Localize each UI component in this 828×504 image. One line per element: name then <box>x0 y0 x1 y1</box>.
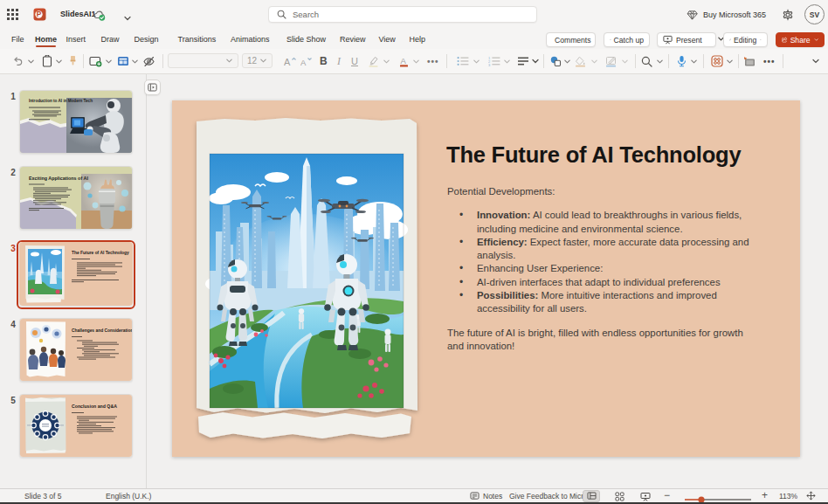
shape-fill-dropdown-chevron[interactable] <box>590 49 598 73</box>
document-title[interactable]: SlidesAI1 <box>60 10 96 18</box>
more-toolbar-options-button[interactable]: ••• <box>763 49 776 73</box>
dictate-button[interactable] <box>677 49 687 73</box>
tab-transitions[interactable]: Transitions <box>178 33 217 45</box>
slide-thumbnail-2[interactable]: Exciting Applications of AI <box>19 166 133 230</box>
tab-design[interactable]: Design <box>135 33 159 45</box>
language-selector[interactable]: English (U.K.) <box>106 492 151 501</box>
new-slide-button[interactable] <box>89 49 102 73</box>
slide-body-text[interactable]: Potential Developments: Innovation: AI c… <box>447 185 758 353</box>
designer-button[interactable] <box>711 49 723 73</box>
slide-thumbnail-3[interactable]: The Future of AI Technology <box>19 242 133 306</box>
tab-file[interactable]: File <box>11 33 24 45</box>
slide-canvas[interactable]: The Future of AI Technology Potential De… <box>172 100 800 457</box>
font-name-combobox[interactable] <box>168 53 238 68</box>
new-slide-dropdown-chevron[interactable] <box>105 49 113 73</box>
collapse-pane-button[interactable] <box>144 79 161 95</box>
search-input[interactable]: Search <box>268 6 537 23</box>
zoom-in-button[interactable]: + <box>762 489 768 501</box>
catch-up-button[interactable]: Catch up <box>604 32 650 47</box>
align-dropdown-chevron[interactable] <box>531 49 540 73</box>
tab-help[interactable]: Help <box>410 33 426 45</box>
fit-to-window-button[interactable] <box>806 491 816 502</box>
layout-dropdown-chevron[interactable] <box>131 49 139 73</box>
collapse-pane-icon <box>148 83 157 92</box>
slide-indicator[interactable]: Slide 3 of 5 <box>24 492 62 501</box>
title-dropdown-chevron[interactable] <box>123 10 132 26</box>
thumbnail-number-3: 3 <box>7 244 19 253</box>
bullet-item: Innovation: AI could lead to breakthroug… <box>447 209 758 236</box>
slide-thumbnail-4[interactable]: Challenges and Considerations <box>19 318 133 382</box>
share-dropdown-chevron <box>814 36 818 44</box>
normal-view-button[interactable] <box>583 490 600 502</box>
tab-home[interactable]: Home <box>35 33 57 45</box>
powerpoint-logo-icon[interactable]: P <box>33 8 46 24</box>
share-button[interactable]: Share <box>776 32 825 47</box>
normal-view-icon <box>587 492 597 501</box>
highlight-dropdown-chevron[interactable] <box>383 49 390 73</box>
undo-dropdown-chevron[interactable] <box>27 49 35 73</box>
highlight-color-button[interactable] <box>368 49 379 73</box>
numbering-button[interactable]: 123 <box>488 49 500 73</box>
tab-review[interactable]: Review <box>340 33 366 45</box>
tab-insert[interactable]: Insert <box>66 33 86 45</box>
designer-dropdown-chevron[interactable] <box>726 49 734 73</box>
zoom-out-button[interactable]: − <box>664 489 670 501</box>
zoom-level[interactable]: 113% <box>779 492 797 501</box>
paste-dropdown-chevron[interactable] <box>55 49 63 73</box>
shapes-dropdown-chevron[interactable] <box>563 49 571 73</box>
present-icon <box>663 35 673 45</box>
font-color-dropdown-chevron[interactable] <box>412 49 420 73</box>
dictate-dropdown-chevron[interactable] <box>690 49 698 73</box>
shape-outline-dropdown-chevron[interactable] <box>621 49 629 73</box>
buy-microsoft-365-button[interactable]: Buy Microsoft 365 <box>687 7 766 23</box>
grow-font-button[interactable]: A <box>284 49 296 73</box>
italic-button[interactable]: I <box>337 49 341 73</box>
bold-button[interactable]: B <box>320 49 328 73</box>
bullets-button[interactable] <box>457 49 469 73</box>
tab-view[interactable]: View <box>379 33 396 45</box>
app-launcher-icon[interactable] <box>7 9 18 20</box>
svg-text:The Future of AI Technology: The Future of AI Technology <box>72 251 129 255</box>
format-painter-button[interactable] <box>68 49 78 73</box>
account-avatar[interactable]: SV <box>804 4 825 24</box>
find-button[interactable] <box>641 49 652 73</box>
shape-outline-button[interactable] <box>605 49 617 73</box>
slide-sorter-view-button[interactable] <box>611 490 628 502</box>
shrink-font-button[interactable]: A <box>300 49 312 73</box>
font-size-combobox[interactable]: 12 <box>242 53 273 68</box>
search-icon <box>277 10 286 19</box>
bullet-item: Efficiency: Expect faster, more accurate… <box>447 236 758 263</box>
hide-slide-icon[interactable] <box>142 49 155 73</box>
present-button[interactable]: Present <box>657 32 716 47</box>
more-font-options-button[interactable]: ••• <box>427 49 439 73</box>
saved-status-icon[interactable] <box>93 10 107 25</box>
bullets-dropdown-chevron[interactable] <box>473 49 480 73</box>
ribbon-collapse-chevron[interactable] <box>811 49 820 73</box>
find-dropdown-chevron[interactable] <box>656 49 664 73</box>
slide-library-button[interactable] <box>743 49 756 73</box>
editing-mode-button[interactable]: Editing <box>723 32 768 47</box>
slide-thumbnail-5[interactable]: Conclusion and Q&A <box>19 394 133 458</box>
paste-button[interactable] <box>42 49 52 73</box>
notes-toggle[interactable]: Notes <box>470 492 502 501</box>
tab-draw[interactable]: Draw <box>101 33 120 45</box>
shapes-button[interactable] <box>550 49 562 73</box>
svg-text:A: A <box>284 57 291 67</box>
shape-fill-button[interactable] <box>575 49 586 73</box>
slideshow-view-button[interactable] <box>637 490 654 502</box>
slide-title[interactable]: The Future of AI Technology <box>446 142 769 168</box>
status-bar: Slide 3 of 5 English (U.K.) Notes Give F… <box>0 488 828 502</box>
align-button[interactable] <box>518 49 529 73</box>
pencil-icon <box>729 35 731 45</box>
font-color-button[interactable]: A <box>398 49 410 73</box>
underline-button[interactable]: U <box>351 49 358 73</box>
tab-animations[interactable]: Animations <box>231 33 270 45</box>
tab-slide-show[interactable]: Slide Show <box>286 33 326 45</box>
undo-button[interactable] <box>12 49 24 73</box>
slide-thumbnail-1[interactable]: Introduction to AI in Modern Tech <box>19 90 133 154</box>
comments-button[interactable]: Comments <box>546 32 596 47</box>
numbering-dropdown-chevron[interactable] <box>503 49 511 73</box>
layout-button[interactable] <box>117 49 129 73</box>
slide-bullet-list: Innovation: AI could lead to breakthroug… <box>447 209 758 315</box>
settings-gear-icon[interactable] <box>782 9 794 24</box>
